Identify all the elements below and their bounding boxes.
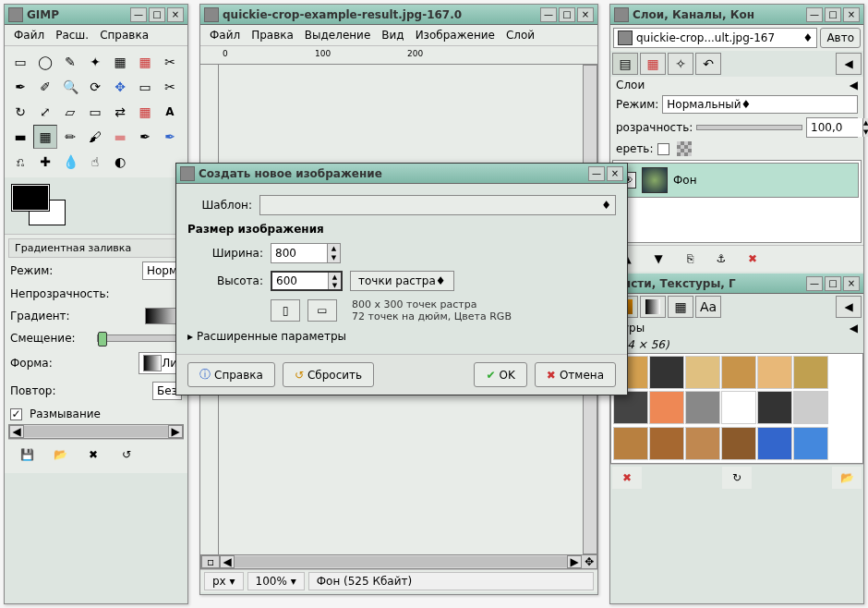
- menu-file[interactable]: Файл: [204, 27, 246, 43]
- menu-edit[interactable]: Правка: [246, 27, 299, 43]
- tool-scissors[interactable]: ▦: [133, 50, 157, 74]
- layer-mode-select[interactable]: Нормальный ♦: [662, 95, 858, 114]
- reset-options-button[interactable]: ↺: [112, 444, 141, 466]
- tool-bucket[interactable]: ▬: [8, 125, 32, 149]
- scroll-right-icon[interactable]: ▶: [168, 425, 183, 438]
- tool-zoom[interactable]: 🔍: [58, 75, 82, 99]
- dialog-titlebar[interactable]: Создать новое изображение — ×: [176, 164, 627, 184]
- tool-flip[interactable]: ⇄: [108, 100, 132, 124]
- ok-button[interactable]: ✔OK: [474, 362, 526, 387]
- canvas-scrollbar-h[interactable]: ▫ ◀ ▶ ✥: [200, 554, 597, 569]
- image-selector[interactable]: quickie-crop...ult.jpg-167♦: [613, 28, 817, 48]
- tool-foreground[interactable]: ✂: [158, 50, 182, 74]
- tab-menu[interactable]: ◀: [836, 296, 862, 318]
- menu-ext[interactable]: Расш.: [50, 27, 94, 43]
- menu-view[interactable]: Вид: [376, 27, 409, 43]
- texture-swatch[interactable]: [793, 356, 828, 389]
- texture-open-button[interactable]: 📂: [832, 467, 862, 489]
- tab-undo[interactable]: ↶: [695, 53, 721, 75]
- tool-align[interactable]: ▭: [133, 75, 157, 99]
- texture-swatch[interactable]: [793, 391, 828, 424]
- close-button[interactable]: ×: [843, 7, 860, 22]
- layer-anchor-button[interactable]: ⚓: [706, 248, 736, 270]
- tool-clone[interactable]: ⎌: [8, 150, 32, 174]
- tool-smudge[interactable]: ☝: [83, 150, 107, 174]
- tool-paintbrush[interactable]: 🖌: [83, 125, 107, 149]
- height-up[interactable]: ▲: [328, 273, 341, 281]
- layer-delete-button[interactable]: ✖: [738, 248, 767, 270]
- layer-thumbnail[interactable]: [642, 167, 668, 193]
- tool-airbrush[interactable]: ✒: [133, 125, 157, 149]
- close-button[interactable]: ×: [577, 7, 594, 22]
- cancel-button[interactable]: ✖Отмена: [535, 362, 616, 387]
- texture-swatch[interactable]: [757, 356, 792, 389]
- texture-grid[interactable]: [610, 353, 863, 464]
- lock-alpha-icon[interactable]: [677, 141, 692, 156]
- units-select[interactable]: точки растра ♦: [350, 271, 454, 291]
- texture-swatch[interactable]: [793, 427, 828, 460]
- tool-ellipse-select[interactable]: ◯: [33, 50, 57, 74]
- texture-swatch[interactable]: [685, 427, 720, 460]
- menu-layer[interactable]: Слой: [500, 27, 540, 43]
- minimize-button[interactable]: —: [588, 166, 605, 181]
- zoom-select[interactable]: 100% ▾: [247, 572, 305, 590]
- tool-free-select[interactable]: ✎: [58, 50, 82, 74]
- tool-blur[interactable]: 💧: [58, 150, 82, 174]
- tool-perspective[interactable]: ▭: [83, 100, 107, 124]
- toolbox-titlebar[interactable]: GIMP — □ ×: [5, 5, 187, 25]
- tool-dodge[interactable]: ◐: [108, 150, 132, 174]
- tool-fuzzy-select[interactable]: ✦: [83, 50, 107, 74]
- tool-paths[interactable]: ✒: [8, 75, 32, 99]
- tab-menu[interactable]: ◀: [836, 53, 862, 75]
- scroll-left-icon[interactable]: ◀: [9, 425, 24, 438]
- texture-swatch[interactable]: [685, 391, 720, 424]
- template-select[interactable]: ♦: [259, 195, 616, 215]
- maximize-button[interactable]: □: [825, 276, 841, 291]
- minimize-button[interactable]: —: [806, 7, 823, 22]
- menu-help[interactable]: Справка: [94, 27, 154, 43]
- tool-gradient[interactable]: ▦: [33, 125, 57, 149]
- options-scrollbar[interactable]: ◀ ▶: [8, 424, 184, 439]
- close-button[interactable]: ×: [167, 7, 184, 22]
- tool-crop[interactable]: ✂: [158, 75, 182, 99]
- menu-image[interactable]: Изображение: [410, 27, 500, 43]
- scroll-right-icon[interactable]: ▶: [567, 555, 582, 568]
- tab-gradients[interactable]: [640, 296, 666, 318]
- minimize-button[interactable]: —: [130, 7, 147, 22]
- lock-pixels-checkbox[interactable]: [657, 143, 669, 155]
- texture-swatch[interactable]: [721, 391, 756, 424]
- unit-select[interactable]: px ▾: [204, 572, 244, 590]
- layer-opacity-slider[interactable]: [696, 125, 802, 130]
- tool-measure[interactable]: ⟳: [83, 75, 107, 99]
- tool-move[interactable]: ✥: [108, 75, 132, 99]
- texture-delete-button[interactable]: ✖: [612, 467, 642, 489]
- tool-ink[interactable]: ✒: [158, 125, 182, 149]
- texture-refresh-button[interactable]: ↻: [722, 467, 752, 489]
- auto-button[interactable]: Авто: [820, 28, 861, 48]
- tool-cage[interactable]: ▦: [133, 100, 157, 124]
- tool-eraser[interactable]: ▬: [108, 125, 132, 149]
- maximize-button[interactable]: □: [825, 7, 841, 22]
- foreground-color[interactable]: [12, 185, 49, 211]
- menu-select[interactable]: Выделение: [299, 27, 376, 43]
- tab-channels[interactable]: ▦: [640, 53, 666, 75]
- texture-swatch[interactable]: [685, 356, 720, 389]
- layer-list[interactable]: 👁 Фон: [612, 160, 862, 243]
- tab-fonts[interactable]: Aa: [695, 296, 721, 318]
- scroll-left-icon[interactable]: ◀: [220, 555, 235, 568]
- tool-color-picker[interactable]: ✐: [33, 75, 57, 99]
- texture-swatch[interactable]: [721, 427, 756, 460]
- tab-layers[interactable]: ▤: [612, 53, 638, 75]
- layer-opacity-input[interactable]: ▲▼: [806, 117, 858, 138]
- layer-item[interactable]: 👁 Фон: [615, 163, 859, 198]
- reset-button[interactable]: ↺Сбросить: [283, 362, 374, 387]
- tool-color-select[interactable]: ▦: [108, 50, 132, 74]
- close-button[interactable]: ×: [843, 276, 860, 291]
- portrait-button[interactable]: ▯: [271, 299, 300, 322]
- tab-paths[interactable]: ✧: [668, 53, 693, 75]
- height-down[interactable]: ▼: [328, 281, 341, 289]
- tool-scale[interactable]: ⤢: [33, 100, 57, 124]
- landscape-button[interactable]: ▭: [307, 299, 337, 322]
- layer-down-button[interactable]: ▼: [644, 248, 673, 270]
- quickmask-icon[interactable]: ▫: [201, 555, 220, 568]
